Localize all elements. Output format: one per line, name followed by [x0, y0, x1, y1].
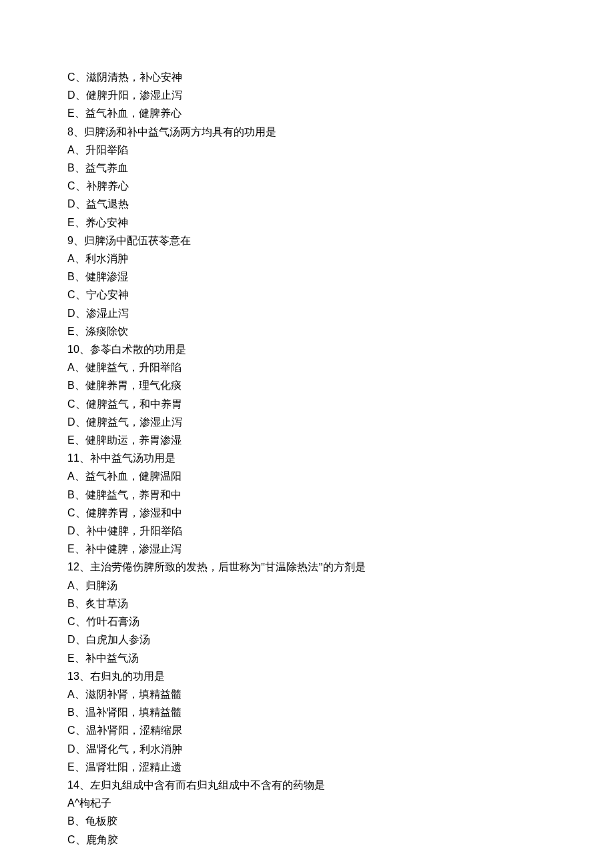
line-separator: 、 [75, 470, 85, 482]
line-separator: 、 [75, 815, 85, 827]
line-label: A^ [67, 797, 79, 809]
line-label: B [67, 271, 75, 282]
text-line: A、益气补血，健脾温阳 [67, 467, 548, 485]
line-text: 健脾养胃，渗湿和中 [86, 507, 182, 518]
text-line: C、滋阴清热，补心安神 [67, 68, 548, 86]
line-separator: 、 [75, 180, 86, 191]
line-separator: 、 [75, 107, 85, 119]
line-label: D [67, 525, 75, 536]
line-label: C [67, 725, 75, 736]
line-label: D [67, 308, 75, 319]
line-text: 炙甘草汤 [85, 598, 128, 609]
line-separator: 、 [75, 507, 86, 518]
line-label: B [67, 489, 75, 500]
text-line: E、养心安神 [67, 213, 548, 232]
line-separator: 、 [75, 89, 86, 101]
line-text: 参苓白术散的功用是 [90, 344, 186, 355]
text-line: A^枸杞子 [67, 794, 548, 812]
line-label: E [67, 653, 75, 664]
line-separator: 、 [75, 725, 86, 736]
line-separator: 、 [75, 362, 85, 373]
text-line: 12、主治劳倦伤脾所致的发热，后世称为"甘温除热法"的方剂是 [67, 558, 548, 576]
text-line: B、龟板胶 [67, 812, 548, 830]
line-separator: 、 [75, 253, 85, 264]
line-separator: 、 [75, 271, 85, 282]
line-separator: 、 [75, 525, 86, 536]
line-separator: 、 [73, 235, 84, 246]
line-label: D [67, 416, 75, 428]
text-line: B、温补肾阳，填精益髓 [67, 703, 548, 721]
line-text: 补脾养心 [86, 180, 129, 191]
line-label: A [67, 470, 75, 482]
line-label: 13 [67, 671, 79, 682]
line-separator: 、 [75, 144, 85, 155]
line-label: A [67, 689, 75, 700]
text-line: E、温肾壮阳，涩精止遗 [67, 758, 548, 776]
text-line: E、健脾助运，养胃渗湿 [67, 431, 548, 449]
line-label: 9 [67, 235, 73, 246]
text-line: C、鹿角胶 [67, 831, 548, 849]
text-line: D、白虎加人参汤 [67, 630, 548, 648]
line-label: D [67, 634, 75, 645]
text-line: D、补中健脾，升阳举陷 [67, 522, 548, 540]
line-label: B [67, 162, 75, 173]
line-text: 养心安神 [85, 217, 128, 228]
line-text: 益气养血 [85, 162, 128, 173]
text-line: C、健脾养胃，渗湿和中 [67, 504, 548, 522]
line-label: B [67, 707, 75, 718]
line-text: 健脾升阳，渗湿止泻 [86, 89, 182, 101]
line-text: 健脾益气，升阳举陷 [85, 362, 182, 373]
line-text: 宁心安神 [86, 289, 129, 300]
line-label: E [67, 543, 75, 554]
line-text: 左归丸组成中含有而右归丸组成中不含有的药物是 [90, 779, 325, 791]
text-line: E、补中益气汤 [67, 649, 548, 667]
line-text: 竹叶石膏汤 [86, 616, 139, 627]
line-separator: 、 [75, 217, 85, 228]
text-line: C、健脾益气，和中养胃 [67, 395, 548, 413]
line-text: 龟板胶 [85, 815, 117, 827]
line-text: 鹿角胶 [86, 834, 118, 845]
line-separator: 、 [79, 452, 90, 464]
text-line: D、渗湿止泻 [67, 304, 548, 322]
line-label: C [67, 180, 75, 191]
text-line: A、升阳举陷 [67, 141, 548, 159]
text-line: 10、参苓白术散的功用是 [67, 340, 548, 358]
line-separator: 、 [75, 326, 85, 337]
line-label: C [67, 834, 75, 845]
line-separator: 、 [75, 653, 85, 664]
line-text: 白虎加人参汤 [86, 634, 150, 645]
line-label: C [67, 616, 75, 627]
line-text: 益气补血，健脾温阳 [85, 470, 182, 482]
line-label: A [67, 144, 75, 155]
line-label: A [67, 253, 75, 264]
text-line: 9、归脾汤中配伍茯苓意在 [67, 232, 548, 250]
line-label: 14 [67, 779, 79, 791]
line-separator: 、 [79, 344, 90, 355]
line-separator: 、 [75, 743, 86, 755]
line-text: 益气补血，健脾养心 [85, 107, 182, 119]
text-line: C、竹叶石膏汤 [67, 612, 548, 630]
line-text: 归脾汤中配伍茯苓意在 [84, 235, 191, 246]
text-line: 13、右归丸的功用是 [67, 667, 548, 685]
line-text: 涤痰除饮 [85, 326, 128, 337]
line-separator: 、 [75, 707, 85, 718]
line-label: 10 [67, 344, 79, 355]
line-label: C [67, 289, 75, 300]
text-line: 8、归脾汤和补中益气汤两方均具有的功用是 [67, 123, 548, 141]
line-separator: 、 [75, 761, 85, 773]
line-label: C [67, 398, 75, 410]
line-label: E [67, 107, 75, 119]
line-text: 益气退热 [86, 198, 129, 209]
line-separator: 、 [75, 380, 85, 391]
text-line: D、温肾化气，利水消肿 [67, 740, 548, 758]
line-label: D [67, 743, 75, 755]
line-separator: 、 [75, 434, 85, 446]
line-text: 右归丸的功用是 [90, 671, 165, 682]
line-text: 健脾益气，养胃和中 [85, 489, 182, 500]
line-text: 健脾养胃，理气化痰 [85, 380, 182, 391]
line-label: C [67, 507, 75, 518]
text-line: E、益气补血，健脾养心 [67, 104, 548, 122]
text-line: D、健脾益气，渗湿止泻 [67, 413, 548, 431]
line-separator: 、 [75, 398, 86, 410]
line-text: 温肾壮阳，涩精止遗 [85, 761, 182, 773]
